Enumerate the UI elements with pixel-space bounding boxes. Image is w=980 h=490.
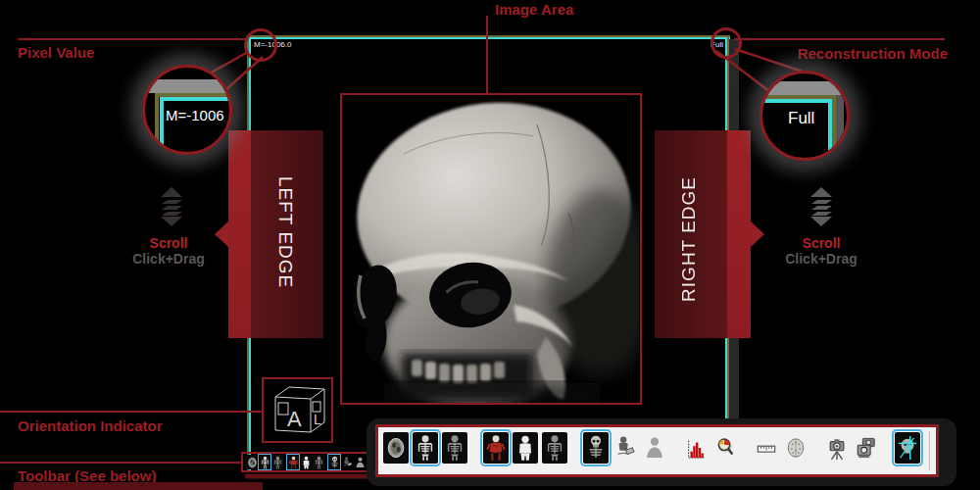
toolbar-magnified-icons [383,431,920,465]
toolbar-icon-brain-slice[interactable] [783,432,808,464]
toolbar-icon-sculpt-tool[interactable] [612,432,638,464]
left-edge-banner-outer [228,130,251,338]
orientation-cube-box [262,377,333,443]
pixel-value-magnified-text: M=-1006 [166,107,224,123]
toolbar-icon-person-silhouette[interactable] [642,432,667,464]
reconstruction-mode-ring [710,27,742,59]
scroll-label-right: Scroll [792,235,851,251]
toolbar-icon-movie-cameras[interactable] [854,432,879,464]
scroll-stack-icon [803,186,840,231]
right-edge-banner: RIGHT EDGE [655,130,727,338]
toolbar-icon-localizer-skull[interactable] [895,432,920,464]
magnified-olive-border-v [155,93,159,148]
orientation-indicator-label: Orientation Indicator [18,417,163,434]
reconstruction-mode-label: Reconstruction Mode [798,45,948,62]
scroll-label-left: Scroll [139,235,198,251]
reconstruction-mode-magnified-text: Full [788,109,814,128]
magnified-cyan-border [160,97,229,101]
toolbar-icon-vr-skeleton-alt[interactable] [542,432,567,464]
right-edge-arrow [751,221,764,247]
orientation-indicator-line [0,411,262,413]
toolbar-line [0,462,241,464]
toolbar-icon-ruler[interactable] [754,432,779,464]
magnified-scrollbar [836,95,844,152]
right-edge-banner-outer [727,130,751,338]
toolbar-icon-snapshot-camera[interactable] [824,432,850,464]
click-drag-label-left: Click+Drag [120,251,218,267]
click-drag-label-right: Click+Drag [772,251,870,267]
annotated-screenshot: M=-1006.0 Full [0,0,980,490]
pixel-value-line [18,38,246,40]
left-edge-banner: LEFT EDGE [251,130,323,338]
magnified-gray-band [762,81,847,95]
toolbar-scroll-divider [929,431,930,470]
right-edge-label: RIGHT EDGE [678,176,700,302]
pixel-value-ring [244,28,277,62]
left-edge-label: LEFT EDGE [274,176,296,288]
pixel-value-label: Pixel Value [18,44,94,61]
toolbar-icon-histogram[interactable] [683,432,709,464]
toolbar-icon-axial-slice[interactable] [383,432,409,464]
toolbar-icon-vr-skull-torso[interactable] [583,432,609,464]
magnified-cyan-border [762,99,832,103]
toolbar-icon-preset-magnifier[interactable] [712,432,738,464]
toolbar-icon-vr-skeleton[interactable] [413,432,438,464]
image-area-label: Image Area [495,1,573,18]
bottom-crop-bar [14,482,263,490]
viewport-border-top-cyan [247,37,730,39]
toolbar-icon-vr-skeleton-dim[interactable] [442,432,467,464]
image-area-pointer-line [486,16,488,93]
magnified-cyan-border-v [160,97,164,146]
reconstruction-mode-line [734,38,945,40]
pixel-value-magnifier: M=-1006 [142,65,232,155]
image-area-box [340,93,642,405]
left-edge-arrow [215,221,228,247]
toolbar-icon-vr-muscle[interactable] [483,432,509,464]
toolbar-icon-vr-body[interactable] [513,432,538,464]
magnified-gray-band [145,79,229,93]
scroll-stack-icon [153,186,190,231]
reconstruction-mode-magnifier: Full [760,71,850,161]
